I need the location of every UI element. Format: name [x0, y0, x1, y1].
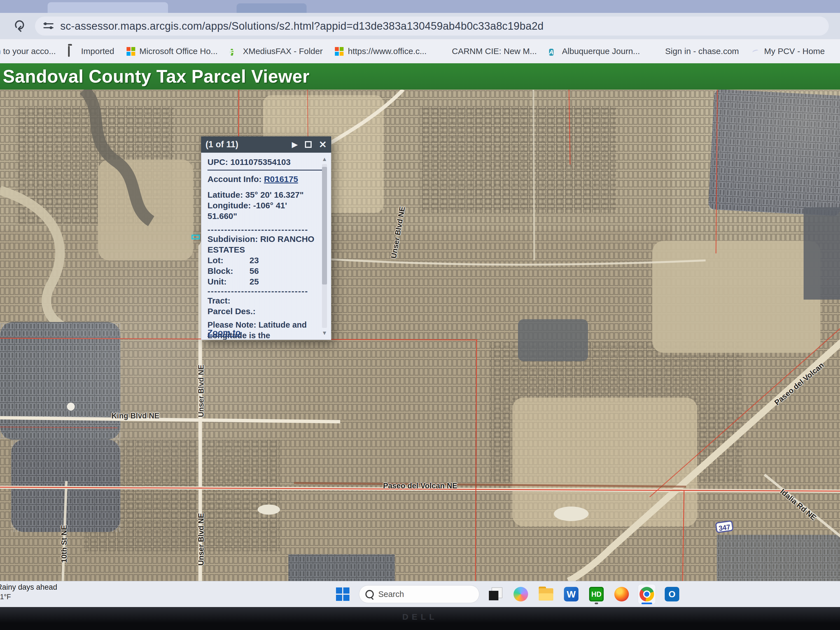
unit-value: 25 [249, 277, 259, 286]
page-title: Sandoval County Tax Parcel Viewer [3, 66, 309, 87]
file-explorer-button[interactable] [537, 584, 555, 604]
bookmark-label: My PCV - Home [764, 46, 825, 56]
maximize-icon[interactable] [305, 141, 312, 148]
popup-pager: (1 of 11) [205, 139, 285, 150]
longitude-value: Longitude: -106° 41' 51.660" [207, 200, 315, 221]
chrome-icon [639, 587, 654, 602]
bookmark-item[interactable]: Sign in - chase.com [652, 46, 739, 56]
bookmark-item[interactable]: My PCV - Home [751, 46, 825, 56]
street-label-unser-blvd-mid: Unser Blvd NE [197, 365, 205, 417]
zoom-to-link[interactable]: Zoom to [207, 327, 240, 338]
bookmark-item[interactable]: CARNM CIE: New M... [439, 46, 537, 56]
street-label-king-blvd: King Blvd NE [111, 412, 159, 420]
tract-label: Tract: [207, 295, 315, 306]
file-explorer-icon [539, 589, 553, 601]
taskbar-icons: Search W HD [334, 583, 681, 605]
dashed-divider: ------------------------------ [207, 287, 315, 295]
weather-temperature: 61°F [0, 593, 73, 601]
task-view-icon [489, 587, 502, 601]
subdivision-value: Subdivision: RIO RANCHO ESTATES [207, 234, 319, 255]
search-icon [365, 590, 374, 598]
upc-value: UPC: 1011075354103 [207, 157, 315, 167]
scroll-up-icon[interactable]: ▲ [321, 156, 329, 163]
site-settings-icon[interactable] [43, 22, 54, 30]
parcel-des-label: Parcel Des.: [207, 306, 315, 317]
bookmarks-bar: n to your acco... Imported Microsoft Off… [0, 39, 840, 63]
folder-icon [68, 46, 70, 57]
active-indicator [641, 603, 652, 604]
reload-icon[interactable]: ⟳ [12, 20, 27, 32]
close-icon[interactable]: ✕ [319, 140, 327, 149]
unit-row: Unit:25 [207, 276, 315, 287]
street-label-paseo-del-volcan-ne: Paseo del Volcan NE [383, 482, 457, 490]
windows-taskbar: Rainy days ahead 61°F Search W [0, 581, 840, 607]
street-label-10th-st: 10th St NE [60, 525, 69, 563]
hd-icon: HD [589, 587, 604, 602]
bookmark-item[interactable]: Home | CARNM [837, 46, 840, 56]
outlook-icon: O [665, 587, 679, 602]
latitude-value: Latitude: 35° 20' 16.327" [207, 189, 315, 200]
browser-tab[interactable] [47, 2, 168, 13]
word-icon: W [564, 587, 578, 602]
app-header: Sandoval County Tax Parcel Viewer [0, 63, 840, 90]
xmediusfax-icon: Ϝ [230, 49, 234, 56]
account-info-link[interactable]: R016175 [264, 174, 298, 184]
bookmark-item[interactable]: Ϝ XMediusFAX - Folder [230, 46, 322, 56]
outlook-button[interactable]: O [663, 584, 681, 604]
microsoft-icon [335, 47, 344, 56]
map-canvas [0, 90, 840, 581]
bookmark-label: n to your acco... [0, 46, 56, 56]
copilot-button[interactable] [512, 584, 530, 604]
scroll-thumb[interactable] [322, 167, 327, 284]
bookmark-item[interactable]: Imported [68, 46, 114, 56]
bookmark-item[interactable]: A Albuquerque Journ... [549, 46, 640, 56]
hd-app-button[interactable]: HD [587, 584, 605, 604]
lot-value: 23 [249, 256, 259, 265]
firefox-icon [614, 587, 629, 602]
parcel-map[interactable]: Unser Blvd NE Unser Blvd NE Unser Blvd N… [0, 90, 840, 581]
bookmark-label: XMediusFAX - Folder [243, 46, 322, 56]
bookmark-label: Albuquerque Journ... [562, 46, 640, 56]
block-row: Block:56 [207, 266, 315, 276]
scroll-down-icon[interactable]: ▼ [321, 330, 329, 336]
weather-widget[interactable]: Rainy days ahead 61°F [0, 583, 73, 601]
bookmark-label: Microsoft Office Ho... [139, 46, 218, 56]
bookmark-label: Sign in - chase.com [665, 46, 739, 56]
lot-label: Lot: [207, 255, 249, 266]
firefox-button[interactable] [613, 584, 630, 604]
dell-logo: DELL [0, 612, 840, 622]
start-button[interactable] [334, 584, 352, 604]
windows-icon [336, 587, 349, 601]
popup-title-bar[interactable]: (1 of 11) ▶ ✕ [201, 136, 331, 153]
bookmark-item[interactable]: Microsoft Office Ho... [126, 46, 218, 56]
account-info-row: Account Info: R016175 [207, 174, 315, 185]
bookmark-label: CARNM CIE: New M... [452, 46, 537, 56]
bookmark-label: https://www.office.c... [348, 46, 426, 56]
bookmark-label: Imported [81, 46, 114, 56]
account-info-label: Account Info: [207, 174, 264, 184]
search-placeholder: Search [378, 590, 404, 599]
block-value: 56 [249, 266, 259, 276]
parcel-info-popup: (1 of 11) ▶ ✕ UPC: 1011075354103 Account… [201, 136, 331, 340]
url-text[interactable]: sc-assessor.maps.arcgis.com/apps/Solutio… [60, 20, 543, 32]
chrome-button[interactable] [638, 584, 656, 604]
task-view-button[interactable] [486, 584, 505, 604]
lot-row: Lot:23 [207, 255, 315, 266]
popup-scrollbar[interactable]: ▲ ▼ [321, 156, 329, 336]
url-field[interactable]: sc-assessor.maps.arcgis.com/apps/Solutio… [35, 17, 829, 36]
block-label: Block: [207, 266, 249, 276]
bookmark-item[interactable]: n to your acco... [0, 46, 56, 56]
running-indicator [595, 603, 598, 604]
divider-line [207, 170, 323, 171]
browser-tab-strip [0, 0, 840, 13]
monitor-screen: ⟳ sc-assessor.maps.arcgis.com/apps/Solut… [0, 0, 840, 630]
search-input[interactable]: Search [359, 585, 479, 603]
bookmark-item[interactable]: https://www.office.c... [335, 46, 426, 56]
word-button[interactable]: W [562, 584, 580, 604]
browser-address-bar: ⟳ sc-assessor.maps.arcgis.com/apps/Solut… [0, 13, 840, 39]
browser-tab[interactable] [237, 3, 306, 13]
weather-headline: Rainy days ahead [0, 583, 73, 592]
next-feature-icon[interactable]: ▶ [292, 141, 298, 148]
popup-body: UPC: 1011075354103 Account Info: R016175… [201, 153, 331, 340]
monitor-bezel: DELL [0, 607, 840, 630]
